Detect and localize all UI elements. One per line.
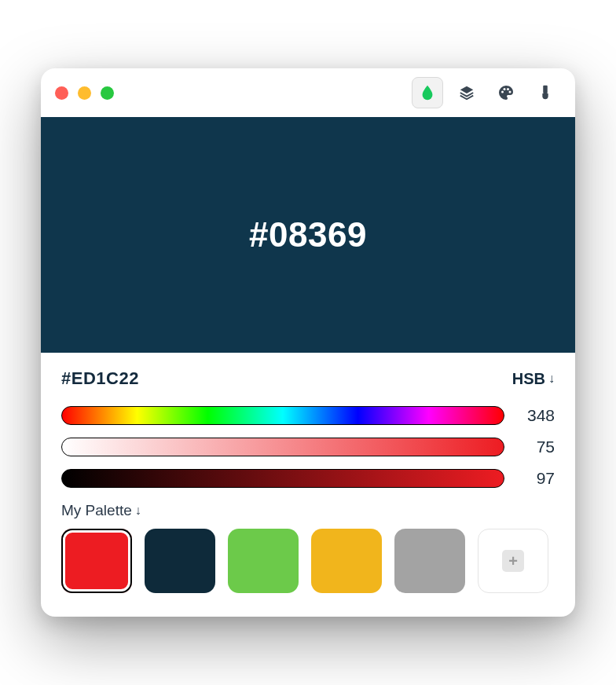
color-preview: #08369 (41, 117, 575, 353)
titlebar (41, 68, 575, 117)
brush-icon (537, 84, 554, 101)
brush-tool-button[interactable] (530, 77, 561, 108)
add-swatch-button[interactable]: + (478, 529, 548, 593)
palette-selector[interactable]: My Palette ↓ (61, 502, 555, 519)
brightness-slider-row: 97 (61, 469, 555, 488)
palette-swatch[interactable] (61, 529, 132, 593)
chevron-down-icon: ↓ (135, 504, 141, 518)
layers-tool-button[interactable] (451, 77, 482, 108)
color-picker-window: #08369 #ED1C22 HSB ↓ 348 75 97 My Palett… (41, 68, 575, 617)
chevron-down-icon: ↓ (548, 372, 555, 386)
palette-swatch[interactable] (394, 529, 465, 593)
zoom-window-button[interactable] (101, 86, 114, 100)
hue-slider[interactable] (61, 406, 504, 425)
toolbar (412, 77, 561, 108)
svg-point-3 (509, 91, 512, 93)
saturation-slider[interactable] (61, 438, 504, 456)
svg-point-2 (507, 88, 509, 90)
svg-point-0 (501, 91, 504, 93)
drop-icon (419, 84, 436, 101)
palette-tool-button[interactable] (490, 77, 522, 108)
current-hex-value[interactable]: #ED1C22 (61, 368, 139, 389)
palette-swatch[interactable] (228, 529, 299, 593)
saturation-slider-row: 75 (61, 438, 555, 456)
minimize-window-button[interactable] (78, 86, 91, 100)
color-mode-label: HSB (512, 370, 545, 388)
brightness-value: 97 (520, 469, 555, 488)
palette-swatch[interactable] (145, 529, 215, 593)
palette-swatches: + (61, 529, 555, 593)
brightness-slider[interactable] (61, 469, 504, 488)
controls-panel: #ED1C22 HSB ↓ 348 75 97 My Palette ↓ (41, 353, 575, 617)
hue-value: 348 (520, 406, 555, 425)
window-controls (55, 86, 114, 100)
saturation-value: 75 (520, 438, 555, 456)
palette-icon (497, 83, 515, 102)
preview-hex-label: #08369 (249, 215, 367, 255)
palette-swatch[interactable] (311, 529, 382, 593)
plus-icon: + (502, 550, 524, 572)
color-mode-selector[interactable]: HSB ↓ (512, 370, 555, 388)
svg-point-1 (504, 88, 506, 90)
layers-icon (458, 84, 475, 101)
svg-rect-4 (543, 86, 548, 93)
close-window-button[interactable] (55, 86, 68, 100)
drop-tool-button[interactable] (412, 77, 443, 108)
hex-mode-row: #ED1C22 HSB ↓ (61, 368, 555, 389)
palette-title: My Palette (61, 502, 132, 519)
hue-slider-row: 348 (61, 406, 555, 425)
